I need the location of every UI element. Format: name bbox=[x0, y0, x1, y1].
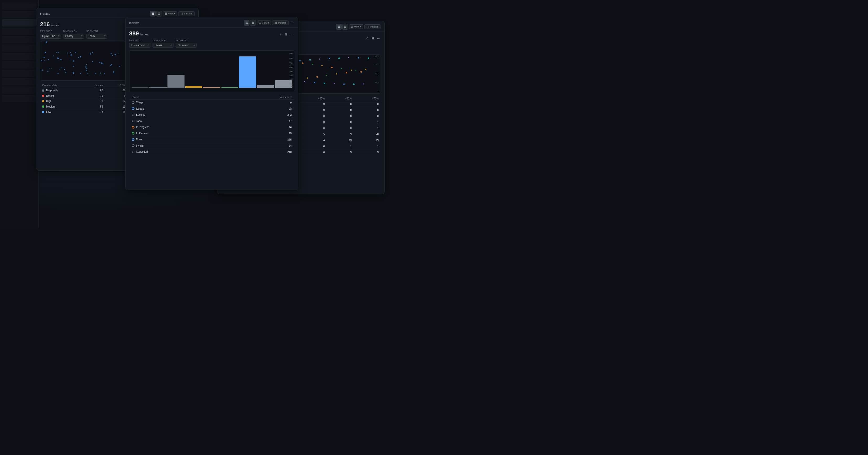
more-btn-2[interactable]: ··· bbox=[289, 21, 294, 25]
sidebar-item-7[interactable] bbox=[2, 53, 36, 60]
table-row: Cancelled 210 bbox=[129, 149, 294, 155]
status-cell: Todo bbox=[129, 118, 222, 124]
panel-2-controls: Measure Issue count Dimension Status bbox=[129, 39, 294, 48]
scatter-dot bbox=[73, 65, 74, 66]
insights-btn-2[interactable]: Insights bbox=[272, 21, 288, 25]
sidebar-item-1[interactable] bbox=[2, 2, 36, 10]
measure-select-2[interactable]: Issue count bbox=[129, 43, 150, 48]
measure-select-wrapper-2: Issue count bbox=[129, 42, 150, 48]
sidebar-item-6[interactable] bbox=[2, 44, 36, 52]
scatter-dot bbox=[92, 52, 93, 53]
scatter-dot bbox=[86, 68, 87, 69]
sidebar-item-8[interactable] bbox=[2, 61, 36, 68]
scatter-dot bbox=[53, 55, 54, 56]
table-row: Icebox 28 bbox=[129, 106, 294, 112]
svg-rect-5 bbox=[158, 14, 159, 15]
sidebar-item-9[interactable] bbox=[2, 69, 36, 77]
status-col-header[interactable]: Status bbox=[129, 95, 222, 100]
sidebar-item-11[interactable] bbox=[2, 86, 36, 94]
insights-btn-1[interactable]: Insights bbox=[178, 11, 195, 16]
svg-rect-15 bbox=[245, 24, 247, 24]
table-btn-2[interactable]: ⊞ bbox=[284, 32, 288, 37]
scatter-dot bbox=[90, 54, 91, 55]
scatter-dot bbox=[80, 73, 81, 74]
svg-rect-13 bbox=[245, 22, 247, 22]
table-btn-3[interactable]: ⊞ bbox=[370, 36, 375, 41]
sidebar-item-3[interactable] bbox=[2, 19, 36, 27]
scatter-dot-3 bbox=[331, 67, 333, 68]
panel-1-toolbar: View ▾ Insights bbox=[150, 11, 195, 17]
p25-cell-3: 0 bbox=[300, 101, 327, 107]
svg-rect-23 bbox=[275, 23, 275, 24]
bar-chart-2: 900 800 700 600 500 400 300 200 100 0 bbox=[129, 50, 294, 92]
scatter-dot bbox=[70, 54, 71, 55]
sidebar-item-4[interactable] bbox=[2, 28, 36, 35]
dimension-select-1[interactable]: Priority bbox=[63, 34, 84, 38]
scatter-dot bbox=[75, 52, 76, 53]
dimension-select-2[interactable]: Status bbox=[153, 43, 174, 48]
scatter-dot bbox=[119, 66, 120, 67]
priority-cell: Medium bbox=[40, 104, 81, 109]
col-issues[interactable]: Issues bbox=[81, 83, 105, 88]
sidebar-item-2[interactable] bbox=[2, 11, 36, 18]
p50-cell-3: 0 bbox=[327, 125, 354, 131]
count-col-header[interactable]: Total count bbox=[222, 95, 294, 100]
bar-y-500: 500 bbox=[289, 70, 292, 73]
panel3-grid-view-btn[interactable] bbox=[342, 24, 348, 30]
more-btn-3[interactable]: ··· bbox=[376, 36, 381, 41]
panel-3-toolbar: View ▾ Insights bbox=[336, 24, 381, 30]
scatter-dot bbox=[101, 62, 102, 64]
list-view-btn[interactable] bbox=[150, 11, 156, 17]
scatter-dot-3 bbox=[363, 83, 364, 85]
p50-cell-3: 0 bbox=[327, 107, 354, 113]
col-p25[interactable]: <25% bbox=[105, 83, 127, 88]
panel2-grid-view-btn[interactable] bbox=[250, 20, 256, 26]
count-cell: 15 bbox=[222, 131, 294, 137]
scatter-dot bbox=[95, 73, 96, 74]
panel2-list-view-btn[interactable] bbox=[244, 20, 249, 26]
bar-y-600: 600 bbox=[289, 66, 292, 68]
scatter-dot bbox=[70, 60, 71, 60]
grid-view-btn[interactable] bbox=[156, 11, 162, 17]
col-p75-3[interactable]: <75% bbox=[354, 96, 381, 101]
bar-y-0: 0 bbox=[291, 86, 292, 88]
priority-cell: High bbox=[40, 99, 81, 104]
bar-rect bbox=[131, 87, 149, 88]
panel-2-content: 889 issues ⤢ ⊞ ··· Measure Issue count bbox=[126, 28, 298, 158]
svg-rect-6 bbox=[159, 14, 160, 15]
y-label-8mo: 8mo bbox=[375, 73, 379, 74]
svg-rect-33 bbox=[351, 26, 353, 26]
col-p25-3[interactable]: <25% bbox=[300, 96, 327, 101]
measure-select-1[interactable]: Cycle Time bbox=[40, 34, 61, 38]
col-p50-3[interactable]: <50% bbox=[327, 96, 354, 101]
scatter-dot bbox=[110, 65, 111, 66]
view-btn-2[interactable]: View ▾ bbox=[257, 21, 271, 25]
insights-btn-3[interactable]: Insights bbox=[364, 24, 381, 29]
segment-select-1[interactable]: Team bbox=[86, 34, 107, 38]
expand-btn-3[interactable]: ⤢ bbox=[365, 36, 369, 41]
svg-rect-37 bbox=[368, 26, 368, 28]
p50-cell-3: 0 bbox=[327, 113, 354, 119]
segment-select-2[interactable]: No value bbox=[176, 43, 196, 48]
expand-btn-2[interactable]: ⤢ bbox=[278, 32, 283, 37]
svg-rect-14 bbox=[245, 23, 247, 23]
svg-rect-16 bbox=[252, 22, 252, 23]
measure-label-2: Measure bbox=[129, 39, 150, 42]
bar-rect bbox=[149, 87, 166, 88]
bar-y-800: 800 bbox=[289, 57, 292, 59]
view-btn-1[interactable]: View ▾ bbox=[163, 11, 177, 16]
panel-2-issues-count: 889 issues ⤢ ⊞ ··· bbox=[129, 30, 294, 37]
panel3-list-view-btn[interactable] bbox=[336, 24, 342, 30]
p25-cell-3: 0 bbox=[300, 119, 327, 125]
panel-2-toolbar: View ▾ Insights ··· bbox=[244, 20, 294, 26]
more-btn-2b[interactable]: ··· bbox=[289, 32, 294, 37]
sidebar-item-10[interactable] bbox=[2, 78, 36, 85]
bar-item bbox=[131, 87, 149, 88]
sidebar-item-5[interactable] bbox=[2, 36, 36, 43]
sidebar-item-12[interactable] bbox=[2, 95, 36, 102]
col-created[interactable]: Created date bbox=[40, 83, 81, 88]
p25-cell-3: 0 bbox=[300, 107, 327, 113]
p25-cell: 22 bbox=[105, 88, 127, 93]
p75-cell-3: 0 bbox=[354, 113, 381, 119]
view-btn-3[interactable]: View ▾ bbox=[349, 24, 363, 29]
